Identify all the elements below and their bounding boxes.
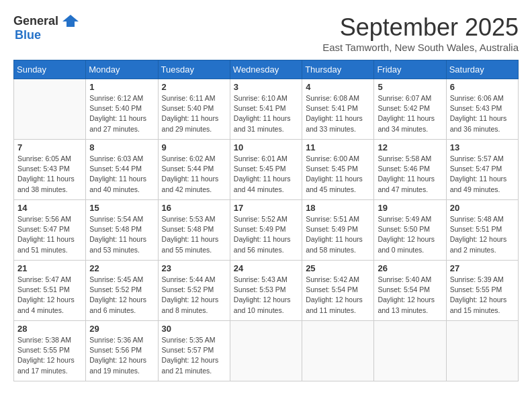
day-cell: 6Sunrise: 6:06 AMSunset: 5:43 PMDaylight…: [446, 79, 518, 140]
day-cell: 19Sunrise: 5:49 AMSunset: 5:50 PMDayligh…: [374, 200, 446, 261]
logo-general: General: [13, 14, 58, 28]
day-number: 6: [450, 82, 515, 92]
day-cell: 16Sunrise: 5:53 AMSunset: 5:48 PMDayligh…: [158, 200, 230, 261]
cell-info: Sunrise: 5:52 AMSunset: 5:49 PMDaylight:…: [234, 214, 298, 255]
week-row-3: 14Sunrise: 5:56 AMSunset: 5:47 PMDayligh…: [14, 200, 519, 261]
day-number: 8: [89, 142, 154, 152]
day-number: 23: [162, 263, 226, 273]
cell-info: Sunrise: 6:06 AMSunset: 5:43 PMDaylight:…: [450, 93, 515, 134]
day-number: 5: [378, 82, 442, 92]
cell-info: Sunrise: 5:48 AMSunset: 5:51 PMDaylight:…: [450, 214, 515, 255]
day-cell: 27Sunrise: 5:39 AMSunset: 5:55 PMDayligh…: [446, 261, 518, 321]
day-number: 9: [162, 142, 226, 152]
cell-info: Sunrise: 5:53 AMSunset: 5:48 PMDaylight:…: [162, 214, 226, 255]
day-cell: 9Sunrise: 6:02 AMSunset: 5:44 PMDaylight…: [158, 140, 230, 200]
subtitle: East Tamworth, New South Wales, Australi…: [322, 42, 519, 53]
day-cell: 8Sunrise: 6:03 AMSunset: 5:44 PMDaylight…: [86, 140, 158, 200]
day-cell: [302, 321, 374, 381]
cell-info: Sunrise: 5:51 AMSunset: 5:49 PMDaylight:…: [306, 214, 370, 255]
day-cell: 11Sunrise: 6:00 AMSunset: 5:45 PMDayligh…: [302, 140, 374, 200]
day-cell: 23Sunrise: 5:44 AMSunset: 5:52 PMDayligh…: [158, 261, 230, 321]
cell-info: Sunrise: 6:00 AMSunset: 5:45 PMDaylight:…: [306, 154, 370, 195]
day-cell: 17Sunrise: 5:52 AMSunset: 5:49 PMDayligh…: [230, 200, 302, 261]
cell-info: Sunrise: 5:39 AMSunset: 5:55 PMDaylight:…: [450, 275, 515, 316]
day-number: 12: [378, 142, 442, 152]
header-cell-saturday: Saturday: [446, 60, 518, 79]
day-cell: [230, 321, 302, 381]
header-cell-thursday: Thursday: [302, 60, 374, 79]
day-cell: 4Sunrise: 6:08 AMSunset: 5:41 PMDaylight…: [302, 79, 374, 140]
day-number: 1: [89, 82, 154, 92]
day-number: 14: [17, 203, 82, 213]
month-title: September 2025: [322, 13, 519, 42]
day-number: 2: [162, 82, 226, 92]
day-cell: 22Sunrise: 5:45 AMSunset: 5:52 PMDayligh…: [86, 261, 158, 321]
cell-info: Sunrise: 5:44 AMSunset: 5:52 PMDaylight:…: [162, 275, 226, 316]
cell-info: Sunrise: 5:47 AMSunset: 5:51 PMDaylight:…: [17, 275, 82, 316]
cell-info: Sunrise: 6:01 AMSunset: 5:45 PMDaylight:…: [234, 154, 298, 195]
day-number: 29: [89, 324, 154, 334]
cell-info: Sunrise: 5:45 AMSunset: 5:52 PMDaylight:…: [89, 275, 154, 316]
cell-info: Sunrise: 5:43 AMSunset: 5:53 PMDaylight:…: [234, 275, 298, 316]
logo-blue: Blue: [15, 28, 41, 42]
logo-icon: [61, 13, 80, 28]
day-number: 27: [450, 263, 515, 273]
cell-info: Sunrise: 5:49 AMSunset: 5:50 PMDaylight:…: [378, 214, 442, 255]
day-number: 25: [306, 263, 370, 273]
day-cell: 5Sunrise: 6:07 AMSunset: 5:42 PMDaylight…: [374, 79, 446, 140]
day-cell: 25Sunrise: 5:42 AMSunset: 5:54 PMDayligh…: [302, 261, 374, 321]
day-number: 18: [306, 203, 370, 213]
day-cell: 28Sunrise: 5:38 AMSunset: 5:55 PMDayligh…: [14, 321, 86, 381]
day-number: 10: [234, 142, 298, 152]
cell-info: Sunrise: 6:07 AMSunset: 5:42 PMDaylight:…: [378, 93, 442, 134]
cell-info: Sunrise: 5:36 AMSunset: 5:56 PMDaylight:…: [89, 335, 154, 376]
cell-info: Sunrise: 6:11 AMSunset: 5:40 PMDaylight:…: [162, 93, 226, 134]
day-number: 4: [306, 82, 370, 92]
day-cell: 26Sunrise: 5:40 AMSunset: 5:54 PMDayligh…: [374, 261, 446, 321]
day-cell: 12Sunrise: 5:58 AMSunset: 5:46 PMDayligh…: [374, 140, 446, 200]
day-number: 3: [234, 82, 298, 92]
week-row-4: 21Sunrise: 5:47 AMSunset: 5:51 PMDayligh…: [14, 261, 519, 321]
header-cell-monday: Monday: [86, 60, 158, 79]
cell-info: Sunrise: 6:02 AMSunset: 5:44 PMDaylight:…: [162, 154, 226, 195]
svg-marker-0: [62, 15, 79, 27]
calendar: SundayMondayTuesdayWednesdayThursdayFrid…: [13, 60, 519, 381]
cell-info: Sunrise: 6:05 AMSunset: 5:43 PMDaylight:…: [17, 154, 82, 195]
day-cell: 3Sunrise: 6:10 AMSunset: 5:41 PMDaylight…: [230, 79, 302, 140]
day-number: 20: [450, 203, 515, 213]
day-cell: 13Sunrise: 5:57 AMSunset: 5:47 PMDayligh…: [446, 140, 518, 200]
day-cell: 24Sunrise: 5:43 AMSunset: 5:53 PMDayligh…: [230, 261, 302, 321]
day-number: 13: [450, 142, 515, 152]
day-number: 26: [378, 263, 442, 273]
day-number: 19: [378, 203, 442, 213]
day-cell: 14Sunrise: 5:56 AMSunset: 5:47 PMDayligh…: [14, 200, 86, 261]
day-number: 17: [234, 203, 298, 213]
week-row-2: 7Sunrise: 6:05 AMSunset: 5:43 PMDaylight…: [14, 140, 519, 200]
day-number: 30: [162, 324, 226, 334]
day-cell: [374, 321, 446, 381]
day-cell: 20Sunrise: 5:48 AMSunset: 5:51 PMDayligh…: [446, 200, 518, 261]
day-cell: [446, 321, 518, 381]
cell-info: Sunrise: 5:54 AMSunset: 5:48 PMDaylight:…: [89, 214, 154, 255]
day-number: 28: [17, 324, 82, 334]
day-number: 16: [162, 203, 226, 213]
day-number: 24: [234, 263, 298, 273]
day-number: 7: [17, 142, 82, 152]
day-number: 11: [306, 142, 370, 152]
cell-info: Sunrise: 5:42 AMSunset: 5:54 PMDaylight:…: [306, 275, 370, 316]
day-cell: 1Sunrise: 6:12 AMSunset: 5:40 PMDaylight…: [86, 79, 158, 140]
day-cell: 21Sunrise: 5:47 AMSunset: 5:51 PMDayligh…: [14, 261, 86, 321]
week-row-5: 28Sunrise: 5:38 AMSunset: 5:55 PMDayligh…: [14, 321, 519, 381]
day-cell: 15Sunrise: 5:54 AMSunset: 5:48 PMDayligh…: [86, 200, 158, 261]
cell-info: Sunrise: 5:35 AMSunset: 5:57 PMDaylight:…: [162, 335, 226, 376]
cell-info: Sunrise: 5:57 AMSunset: 5:47 PMDaylight:…: [450, 154, 515, 195]
day-cell: 18Sunrise: 5:51 AMSunset: 5:49 PMDayligh…: [302, 200, 374, 261]
title-area: September 2025 East Tamworth, New South …: [322, 13, 519, 53]
cell-info: Sunrise: 6:10 AMSunset: 5:41 PMDaylight:…: [234, 93, 298, 134]
day-cell: [14, 79, 86, 140]
day-number: 15: [89, 203, 154, 213]
cell-info: Sunrise: 5:58 AMSunset: 5:46 PMDaylight:…: [378, 154, 442, 195]
cell-info: Sunrise: 5:56 AMSunset: 5:47 PMDaylight:…: [17, 214, 82, 255]
header-cell-wednesday: Wednesday: [230, 60, 302, 79]
header-cell-sunday: Sunday: [14, 60, 86, 79]
